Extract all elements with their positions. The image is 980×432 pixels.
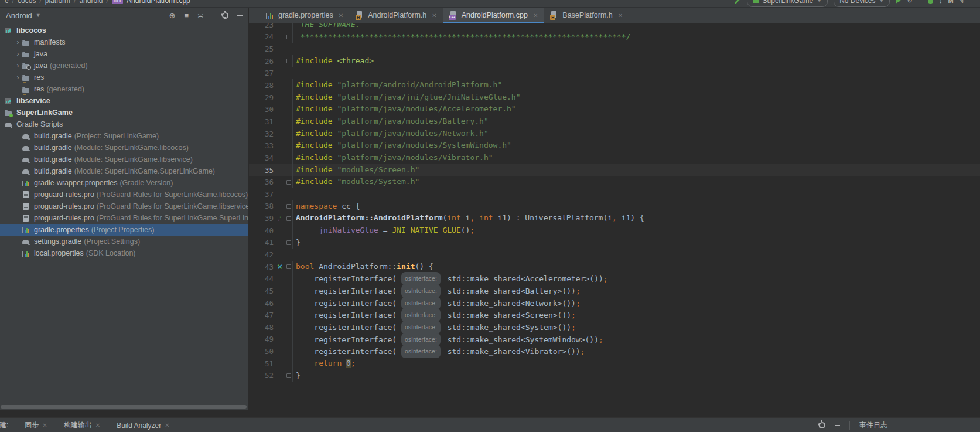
fold-marker-icon[interactable]: [286, 264, 291, 269]
tree-item-res[interactable]: res(generated): [0, 83, 248, 95]
line-number[interactable]: 42: [249, 250, 275, 259]
locate-icon[interactable]: ⊕: [169, 11, 176, 20]
code-text[interactable]: #include "platform/java/modules/Battery.…: [292, 115, 489, 128]
horizontal-scrollbar[interactable]: [1, 405, 247, 409]
line-number[interactable]: 44: [249, 274, 275, 283]
code-line[interactable]: 30#include "platform/java/modules/Accele…: [249, 103, 980, 115]
device-select[interactable]: No Devices ▼: [834, 0, 890, 7]
line-number[interactable]: 36: [249, 178, 275, 186]
fold-strip[interactable]: [285, 240, 292, 245]
tree-item-libservice[interactable]: libservice: [0, 95, 248, 107]
code-text[interactable]: #include "modules/System.h": [292, 176, 419, 188]
code-text[interactable]: #include "platform/java/modules/Vibrator…: [292, 152, 493, 164]
code-line[interactable]: 42: [249, 249, 980, 261]
line-number[interactable]: 45: [249, 287, 275, 295]
code-line[interactable]: 39→←AndroidPlatform::AndroidPlatform(int…: [249, 212, 980, 224]
code-text[interactable]: bool AndroidPlatform::init() {: [292, 261, 433, 273]
tree-item-libcocos[interactable]: libcocos: [0, 25, 248, 36]
code-text[interactable]: AndroidPlatform::AndroidPlatform(int i, …: [292, 212, 644, 224]
fold-marker-icon[interactable]: [286, 35, 291, 39]
code-line[interactable]: 44 registerInterface( osInterface: std::…: [249, 273, 980, 285]
code-line[interactable]: 43bool AndroidPlatform::init() {: [249, 261, 980, 273]
line-number[interactable]: 41: [249, 238, 275, 247]
code-line[interactable]: 51 return 0;: [249, 358, 980, 370]
close-icon[interactable]: ✕: [432, 12, 436, 19]
breadcrumb-item[interactable]: android: [79, 0, 103, 5]
code-text[interactable]: #include "platform/java/modules/Network.…: [292, 128, 489, 140]
code-line[interactable]: 25: [249, 43, 980, 55]
code-line[interactable]: 32#include "platform/java/modules/Networ…: [249, 128, 980, 140]
code-line[interactable]: 23 THE SOFTWARE.: [249, 23, 980, 31]
code-line[interactable]: 31#include "platform/java/modules/Batter…: [249, 115, 980, 128]
code-text[interactable]: #include "platform/java/modules/Accelero…: [292, 103, 516, 115]
code-line[interactable]: 29#include "platform/java/jni/glue/JniNa…: [249, 91, 980, 104]
fold-marker-icon[interactable]: [286, 180, 291, 185]
run-tasks-icon[interactable]: ≡: [918, 0, 922, 4]
fold-strip[interactable]: [285, 35, 292, 39]
code-line[interactable]: 48 registerInterface( osInterface: std::…: [249, 321, 980, 334]
fold-marker-icon[interactable]: [286, 59, 291, 63]
settings-gear-icon[interactable]: [222, 12, 228, 19]
code-line[interactable]: 52}: [249, 370, 980, 382]
code-line[interactable]: 41}: [249, 237, 980, 249]
line-number[interactable]: 33: [249, 141, 275, 150]
code-text[interactable]: registerInterface( osInterface: std::mak…: [292, 333, 603, 346]
fold-strip[interactable]: [285, 264, 292, 269]
profiler-icon[interactable]: M: [948, 0, 954, 4]
fold-strip[interactable]: [285, 59, 292, 63]
chevron-right-icon[interactable]: ›: [14, 62, 22, 70]
code-line[interactable]: 24 *************************************…: [249, 31, 980, 43]
code-text[interactable]: #include "platform/java/jni/glue/JniNati…: [292, 91, 521, 104]
settings-gear-icon[interactable]: [819, 422, 825, 428]
fold-marker-icon[interactable]: [286, 204, 291, 209]
tree-item-local-properties[interactable]: local.properties(SDK Location): [0, 247, 248, 259]
close-icon[interactable]: ✕: [42, 422, 47, 428]
tree-item-gradle-wrapper-properties[interactable]: gradle-wrapper.properties(Gradle Version…: [0, 177, 248, 189]
code-text[interactable]: THE SOFTWARE.: [292, 23, 360, 31]
line-number[interactable]: 29: [249, 93, 275, 102]
chevron-right-icon[interactable]: ›: [14, 73, 22, 81]
code-text[interactable]: namespace cc {: [292, 200, 360, 213]
tab-gradle-properties[interactable]: gradle.properties✕: [259, 7, 349, 23]
tab-baseplatform-h[interactable]: BasePlatform.h✕: [544, 7, 629, 23]
breadcrumb-item[interactable]: platform: [45, 0, 70, 5]
code-text[interactable]: registerInterface( osInterface: std::mak…: [292, 297, 581, 310]
line-number[interactable]: 30: [249, 105, 275, 114]
tree-item-proguard-rules-pro[interactable]: proguard-rules.pro(ProGuard Rules for Su…: [0, 212, 248, 224]
fold-strip[interactable]: [285, 216, 292, 221]
tree-item-build-gradle[interactable]: build.gradle(Module: SuperLinkGame.libco…: [0, 142, 248, 154]
close-icon[interactable]: ✕: [339, 12, 343, 19]
tool-window-tab-同步[interactable]: 同步✕: [25, 420, 47, 430]
code-line[interactable]: 40 _jniNativeGlue = JNI_NATIVE_GLUE();: [249, 224, 980, 237]
fold-strip[interactable]: [285, 204, 292, 209]
line-number[interactable]: 47: [249, 311, 275, 319]
code-text[interactable]: #include "platform/android/AndroidPlatfo…: [292, 79, 502, 91]
override-marker-icon[interactable]: [277, 264, 282, 270]
sync-icon[interactable]: ↯: [959, 0, 965, 4]
code-line[interactable]: 35#include "modules/Screen.h": [249, 164, 980, 176]
line-number[interactable]: 38: [249, 202, 275, 210]
tab-androidplatform-cpp[interactable]: AndroidPlatform.cpp✕: [443, 7, 544, 23]
code-text[interactable]: #include "modules/Screen.h": [292, 164, 419, 176]
code-text[interactable]: registerInterface( osInterface: std::mak…: [292, 272, 608, 285]
line-number[interactable]: 32: [249, 130, 275, 138]
tree-item-java[interactable]: ›java: [0, 48, 248, 60]
tree-item-gradle-scripts[interactable]: Gradle Scripts: [0, 118, 248, 130]
chevron-right-icon[interactable]: ›: [14, 38, 22, 46]
hide-panel-icon[interactable]: [237, 15, 243, 16]
code-line[interactable]: 38namespace cc {: [249, 200, 980, 213]
tree-item-java[interactable]: ›java(generated): [0, 60, 248, 72]
line-number[interactable]: 23: [249, 23, 275, 29]
code-text[interactable]: ****************************************…: [292, 31, 630, 43]
code-line[interactable]: 46 registerInterface( osInterface: std::…: [249, 297, 980, 309]
code-text[interactable]: }: [292, 370, 301, 382]
recursive-call-icon[interactable]: →←: [278, 216, 281, 222]
tree-item-build-gradle[interactable]: build.gradle(Module: SuperLinkGame.libse…: [0, 154, 248, 165]
fold-marker-icon[interactable]: [286, 240, 291, 245]
code-line[interactable]: 26#include <thread>: [249, 55, 980, 67]
tree-item-res[interactable]: ›res: [0, 72, 248, 83]
close-icon[interactable]: ✕: [533, 12, 538, 19]
line-number[interactable]: 28: [249, 81, 275, 90]
code-line[interactable]: 45 registerInterface( osInterface: std::…: [249, 285, 980, 297]
code-text[interactable]: _jniNativeGlue = JNI_NATIVE_GLUE();: [292, 224, 474, 237]
